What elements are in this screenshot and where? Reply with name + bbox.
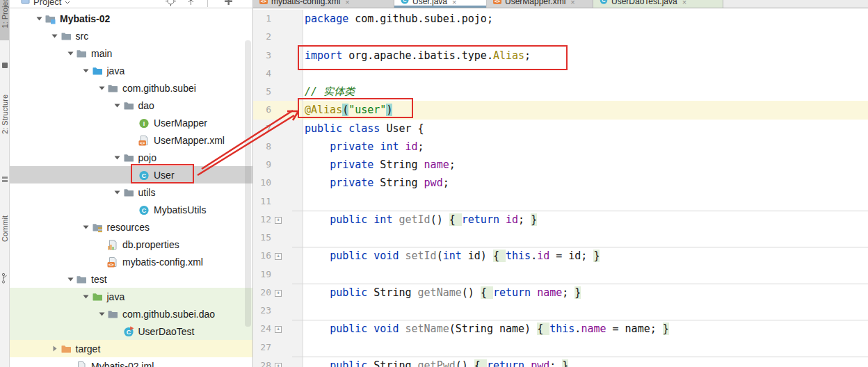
tool-button-structure[interactable]: 2: Structure xyxy=(0,95,9,164)
tree-item-utils[interactable]: utils xyxy=(10,184,252,201)
code-line-6[interactable]: 6@Alias("user") xyxy=(253,101,868,119)
gutter-fold-column xyxy=(271,47,285,65)
chevron-down-icon[interactable] xyxy=(96,309,107,320)
fold-expand-button[interactable]: + xyxy=(275,217,282,224)
chevron-down-icon[interactable] xyxy=(65,274,76,285)
chevron-spacer xyxy=(112,326,123,337)
project-tool-icon[interactable] xyxy=(2,58,8,71)
tab-mybatis-config.xml[interactable]: <>mybatis-config.xml× xyxy=(253,0,394,8)
gutter-fold-column xyxy=(271,156,285,174)
line-number: 24 xyxy=(253,320,271,338)
structure-tool-icon[interactable] xyxy=(2,172,8,185)
fold-expand-button[interactable]: + xyxy=(275,253,282,260)
package-icon xyxy=(107,83,118,94)
code-line-3[interactable]: 3import org.apache.ibatis.type.Alias; xyxy=(253,47,868,65)
close-icon[interactable]: × xyxy=(682,0,686,6)
chevron-down-icon[interactable] xyxy=(81,291,92,302)
tree-item-Mybatis-02[interactable]: Mybatis-02 xyxy=(10,10,252,27)
tab-UserMapper.xml[interactable]: <>UserMapper.xml× xyxy=(487,0,593,8)
tab-UserDaoTest.java[interactable]: CUserDaoTest.java× xyxy=(593,0,723,8)
tree-item-test[interactable]: test xyxy=(10,270,252,288)
code-line-9[interactable]: 9 private String name; xyxy=(253,156,868,174)
tree-item-target[interactable]: target xyxy=(10,340,252,357)
code-line-8[interactable]: 8 private int id; xyxy=(253,138,868,156)
gutter-fold-column xyxy=(271,28,285,46)
code-text xyxy=(303,28,868,46)
test-folder-icon xyxy=(92,291,103,302)
tree-item-mybatis-config.xml[interactable]: <>mybatis-config.xml xyxy=(10,253,252,270)
tree-item-main[interactable]: main xyxy=(10,44,252,62)
code-editor[interactable]: 1package com.github.subei.pojo;23import … xyxy=(253,8,868,367)
code-text: public class User { xyxy=(303,120,868,138)
code-line-16[interactable]: 16+ public void setId(int id) { this.id … xyxy=(253,247,868,265)
code-line-12[interactable]: 12+ public int getId() { return id; } xyxy=(253,211,868,229)
gutter-spacer xyxy=(285,284,303,302)
tree-item-com.github.subei[interactable]: com.github.subei xyxy=(10,79,252,97)
tree-item-UserMapper.xml[interactable]: <>UserMapper.xml xyxy=(10,131,252,149)
chevron-down-icon[interactable] xyxy=(49,31,61,42)
gutter-fold-column xyxy=(271,83,285,101)
code-line-28[interactable]: 28+ public String getPwd() { return pwd;… xyxy=(253,357,868,367)
project-folder-icon xyxy=(45,13,56,24)
code-line-19[interactable]: 19 xyxy=(253,266,868,284)
code-line-24[interactable]: 24+ public void setName(String name) { t… xyxy=(253,320,868,338)
gutter-spacer xyxy=(285,138,303,156)
commit-tool-icon[interactable] xyxy=(1,272,8,287)
tree-item-java[interactable]: java xyxy=(10,62,252,79)
tree-item-com.github.subei.dao[interactable]: com.github.subei.dao xyxy=(10,305,252,323)
code-line-2[interactable]: 2 xyxy=(253,28,868,46)
fold-expand-button[interactable]: + xyxy=(275,290,282,297)
tree-item-label: resources xyxy=(107,222,150,233)
test-class-icon: C xyxy=(123,326,134,337)
close-icon[interactable]: × xyxy=(570,0,574,6)
close-icon[interactable]: × xyxy=(345,0,349,6)
code-line-4[interactable]: 4 xyxy=(253,65,868,83)
ide-root: { "left_stripe": { "items": [ {"label": … xyxy=(0,0,868,367)
tree-item-resources[interactable]: resources xyxy=(10,218,252,236)
options-icon[interactable] xyxy=(224,0,233,8)
tree-item-MybatisUtils[interactable]: CMybatisUtils xyxy=(10,201,252,218)
tree-item-Mybatis-02.iml[interactable]: Mybatis-02.iml xyxy=(10,357,252,367)
tree-item-UserMapper[interactable]: IUserMapper xyxy=(10,114,252,131)
chevron-down-icon[interactable] xyxy=(33,13,45,24)
code-text xyxy=(303,266,868,284)
fold-expand-button[interactable]: + xyxy=(275,363,282,367)
code-line-15[interactable]: 15 xyxy=(253,229,868,247)
fold-expand-button[interactable]: + xyxy=(275,326,282,333)
chevron-down-icon[interactable] xyxy=(112,100,123,111)
chevron-down-icon[interactable] xyxy=(81,222,92,233)
tool-button-project[interactable]: 1: Project xyxy=(0,0,9,40)
code-line-20[interactable]: 20+ public String getName() { return nam… xyxy=(253,284,868,302)
chevron-right-icon[interactable] xyxy=(49,343,61,354)
tree-item-pojo[interactable]: pojo xyxy=(10,149,252,166)
chevron-down-icon[interactable] xyxy=(65,48,76,59)
chevron-down-icon[interactable] xyxy=(96,83,107,94)
svg-text:<>: <> xyxy=(108,261,114,267)
tree-item-UserDaoTest[interactable]: CUserDaoTest xyxy=(10,323,252,340)
method-separator xyxy=(292,284,868,284)
code-line-7[interactable]: 7public class User { xyxy=(253,120,868,138)
tree-scrollbar[interactable] xyxy=(245,40,251,327)
tree-item-label: java xyxy=(107,65,125,76)
chevron-down-icon[interactable] xyxy=(65,0,70,7)
tab-User.java[interactable]: CUser.java× xyxy=(394,0,487,8)
code-line-11[interactable]: 11 xyxy=(253,193,868,211)
chevron-down-icon[interactable] xyxy=(112,152,123,163)
code-line-5[interactable]: 5// 实体类 xyxy=(253,83,868,101)
code-line-23[interactable]: 23 xyxy=(253,302,868,320)
collapse-all-icon[interactable] xyxy=(186,0,195,8)
code-line-1[interactable]: 1package com.github.subei.pojo; xyxy=(253,10,868,28)
locate-icon[interactable] xyxy=(166,0,176,8)
tree-item-User[interactable]: CUser xyxy=(10,166,252,184)
tree-item-java[interactable]: java xyxy=(10,288,252,305)
code-line-10[interactable]: 10 private String pwd; xyxy=(253,174,868,192)
chevron-down-icon[interactable] xyxy=(81,65,92,76)
line-number: 15 xyxy=(253,229,271,247)
tree-item-dao[interactable]: dao xyxy=(10,97,252,114)
chevron-down-icon[interactable] xyxy=(112,187,123,198)
code-line-27[interactable]: 27 xyxy=(253,339,868,357)
tool-button-commit[interactable]: Commit xyxy=(0,215,9,270)
line-number: 9 xyxy=(253,156,271,174)
tree-item-db.properties[interactable]: db.properties xyxy=(10,236,252,253)
tree-item-src[interactable]: src xyxy=(10,27,252,44)
